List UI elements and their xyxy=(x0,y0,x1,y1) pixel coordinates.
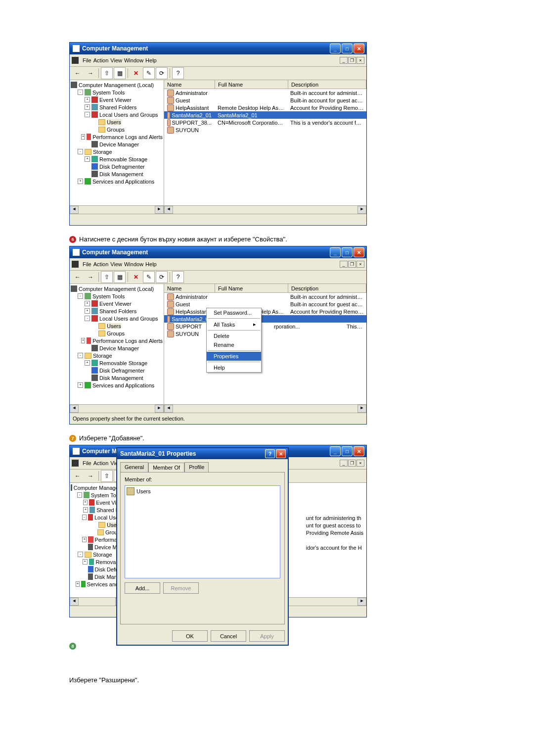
show-hide-tree-button[interactable]: ▦ xyxy=(114,67,126,79)
ctx-all-tasks[interactable]: All Tasks▸ xyxy=(207,320,261,329)
dialog-close-button[interactable]: ✕ xyxy=(276,449,286,458)
menu-file[interactable]: File xyxy=(83,57,91,63)
list-pane[interactable]: Name Full Name Description Administrator… xyxy=(164,80,366,214)
maximize-button[interactable]: □ xyxy=(342,247,353,257)
tree-devmgr[interactable]: Device Manager xyxy=(99,142,139,147)
tree-root[interactable]: Computer Management (Local) xyxy=(79,82,154,88)
delete-toolbar-button[interactable]: ✕ xyxy=(130,67,142,79)
tree-lug[interactable]: Local Users and Groups xyxy=(99,112,158,118)
expander-icon[interactable]: - xyxy=(85,112,90,117)
menu-help[interactable]: Help xyxy=(145,57,157,63)
tree-services[interactable]: Services and Applications xyxy=(92,179,154,185)
list-row[interactable]: GuestBuilt-in account for guest access t… xyxy=(164,96,366,104)
list-row[interactable]: GuestBuilt-in account for guest access t… xyxy=(164,300,366,308)
list-pane[interactable]: Name Full Name Description Administrator… xyxy=(164,284,366,413)
col-description[interactable]: Description xyxy=(288,80,366,89)
list-row[interactable]: AdministratorBuilt-in account for admini… xyxy=(164,89,366,96)
up-button[interactable]: ⇧ xyxy=(101,470,113,482)
col-fullname[interactable]: Full Name xyxy=(215,80,288,89)
forward-button[interactable]: → xyxy=(85,470,96,482)
add-button[interactable]: Add... xyxy=(125,582,160,594)
tree-scrollbar[interactable]: ◄► xyxy=(70,404,164,413)
back-button[interactable]: ← xyxy=(72,67,84,79)
forward-button[interactable]: → xyxy=(85,67,96,79)
tree-pane[interactable]: Computer Management (Local) -System Tool… xyxy=(70,284,164,413)
tree-root[interactable]: Computer Management (Local) xyxy=(79,286,154,292)
list-row[interactable]: SUYOUN xyxy=(164,330,366,337)
maximize-button[interactable]: □ xyxy=(342,446,353,456)
list-row[interactable]: AdministratorBuilt-in account for admini… xyxy=(164,293,366,300)
list-row[interactable]: SUPPORTrporation...This is a vendor's ac… xyxy=(164,323,366,330)
expander-icon[interactable]: - xyxy=(78,149,83,154)
mdi-minimize[interactable]: _ xyxy=(340,261,348,268)
list-row[interactable]: HelpAssistantRemote Desktop Help Assi...… xyxy=(164,104,366,111)
delete-toolbar-button[interactable]: ✕ xyxy=(130,271,142,283)
tree-users[interactable]: Users xyxy=(107,119,121,125)
ctx-delete[interactable]: Delete xyxy=(207,331,261,340)
help-toolbar-button[interactable]: ? xyxy=(172,271,184,283)
ctx-set-password[interactable]: Set Password... xyxy=(207,308,261,317)
properties-toolbar-button[interactable]: ✎ xyxy=(143,271,155,283)
close-button[interactable]: ✕ xyxy=(354,247,364,257)
show-hide-tree-button[interactable]: ▦ xyxy=(114,271,126,283)
menu-window[interactable]: Window xyxy=(124,57,143,63)
close-button[interactable]: ✕ xyxy=(354,44,364,53)
minimize-button[interactable]: _ xyxy=(330,247,341,257)
list-scrollbar[interactable]: ◄► xyxy=(164,205,366,214)
tab-profile[interactable]: Profile xyxy=(184,462,209,472)
mdi-close[interactable]: × xyxy=(356,57,364,64)
member-of-list[interactable]: Users xyxy=(125,485,280,578)
help-toolbar-button[interactable]: ? xyxy=(172,67,184,79)
ctx-properties[interactable]: Properties xyxy=(207,352,261,361)
menu-action[interactable]: Action xyxy=(93,57,109,63)
tree-removable[interactable]: Removable Storage xyxy=(99,156,147,162)
list-row[interactable]: SUYOUN xyxy=(164,126,366,134)
minimize-button[interactable]: _ xyxy=(330,44,341,53)
refresh-toolbar-button[interactable]: ⟳ xyxy=(156,271,168,283)
tree-groups[interactable]: Groups xyxy=(107,127,125,133)
up-button[interactable]: ⇧ xyxy=(101,67,113,79)
expander-icon[interactable]: + xyxy=(81,134,85,140)
close-button[interactable]: ✕ xyxy=(354,446,364,456)
dialog-help-button[interactable]: ? xyxy=(265,449,275,458)
cancel-button[interactable]: Cancel xyxy=(211,630,246,642)
list-row-selected[interactable]: SantaMaria2_01SantaMaria2_01 xyxy=(164,111,366,119)
menu-window[interactable]: Window xyxy=(124,261,143,267)
expander-icon[interactable]: + xyxy=(85,156,90,162)
list-row[interactable]: SUPPORT_38...CN=Microsoft Corporation...… xyxy=(164,119,366,126)
menu-action[interactable]: Action xyxy=(93,261,109,267)
tab-general[interactable]: General xyxy=(120,462,148,472)
group-item[interactable]: Users xyxy=(127,487,278,495)
maximize-button[interactable]: □ xyxy=(342,44,353,53)
mdi-minimize[interactable]: _ xyxy=(340,460,348,467)
menu-view[interactable]: View xyxy=(110,57,122,63)
mdi-close[interactable]: × xyxy=(356,261,364,268)
menu-file[interactable]: File xyxy=(83,460,91,466)
back-button[interactable]: ← xyxy=(72,271,84,283)
properties-toolbar-button[interactable]: ✎ xyxy=(143,67,155,79)
menu-view[interactable]: View xyxy=(110,261,122,267)
up-button[interactable]: ⇧ xyxy=(101,271,113,283)
minimize-button[interactable]: _ xyxy=(330,446,341,456)
list-scrollbar[interactable]: ◄► xyxy=(164,404,366,413)
refresh-toolbar-button[interactable]: ⟳ xyxy=(156,67,168,79)
menu-action[interactable]: Action xyxy=(93,460,109,466)
tree-shared-folders[interactable]: Shared Folders xyxy=(99,104,136,110)
tree-diskm[interactable]: Disk Management xyxy=(99,171,143,177)
menu-help[interactable]: Help xyxy=(145,261,157,267)
tree-scrollbar[interactable]: ◄► xyxy=(70,205,164,214)
ok-button[interactable]: OK xyxy=(172,630,208,642)
list-row-selected[interactable]: SantaMaria2_01SantaMaria2_01 xyxy=(164,315,366,323)
tree-system-tools[interactable]: System Tools xyxy=(92,90,125,95)
mdi-restore[interactable]: ❐ xyxy=(348,261,356,268)
ctx-help[interactable]: Help xyxy=(207,363,261,372)
tree-perf[interactable]: Performance Logs and Alerts xyxy=(92,134,163,140)
tree-storage[interactable]: Storage xyxy=(93,149,112,155)
mdi-close[interactable]: × xyxy=(356,460,364,467)
back-button[interactable]: ← xyxy=(72,470,84,482)
tab-member-of[interactable]: Member Of xyxy=(148,463,184,472)
tree-defrag[interactable]: Disk Defragmenter xyxy=(99,164,145,170)
expander-icon[interactable]: - xyxy=(78,90,83,95)
expander-icon[interactable]: + xyxy=(85,97,90,102)
col-name[interactable]: Name xyxy=(164,80,215,89)
